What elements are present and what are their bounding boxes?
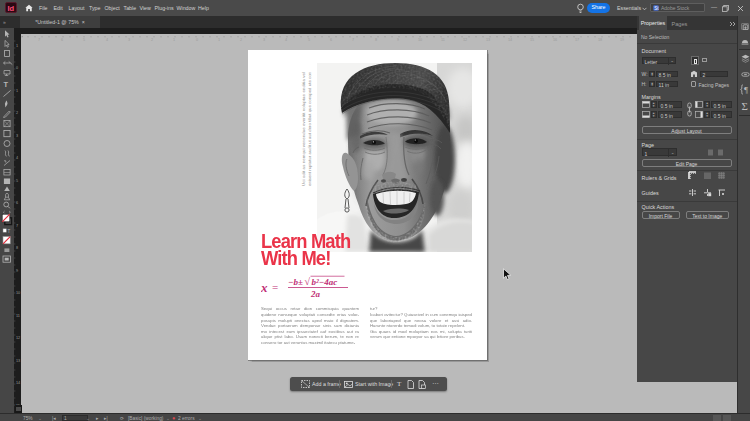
svg-text:0: 0 [16,66,18,70]
svg-text:−b±: −b± [288,277,303,287]
svg-text:4: 4 [285,38,287,42]
svg-text:11: 11 [441,38,445,42]
svg-text:7: 7 [38,38,40,42]
svg-text:13: 13 [16,359,20,363]
svg-text:10: 10 [418,38,422,42]
svg-text:1: 1 [218,38,220,42]
svg-text:¶: ¶ [744,85,749,95]
svg-text:6: 6 [16,201,18,205]
svg-text:1: 1 [16,89,18,93]
svg-text:1: 1 [16,44,18,48]
svg-text:15: 15 [530,38,534,42]
svg-text:11: 11 [16,314,20,318]
svg-text:T: T [4,80,9,89]
svg-text:1: 1 [173,38,175,42]
svg-text:16: 16 [553,38,557,42]
svg-text:Σ: Σ [741,100,747,111]
svg-text:14: 14 [16,381,20,385]
svg-text:5: 5 [308,38,310,42]
svg-text:17: 17 [575,38,579,42]
svg-text:3: 3 [128,38,130,42]
svg-text:19: 19 [620,38,624,42]
svg-text:7: 7 [352,38,354,42]
svg-text:√: √ [304,276,310,287]
svg-text:10: 10 [16,291,20,295]
svg-text:8: 8 [16,246,18,250]
svg-text:3: 3 [263,38,265,42]
svg-text:12: 12 [463,38,467,42]
svg-text:2: 2 [16,111,18,115]
svg-text:St: St [654,6,659,11]
svg-text:4: 4 [16,156,18,160]
svg-text:8: 8 [375,38,377,42]
svg-text:12: 12 [16,336,20,340]
svg-text:2: 2 [240,38,242,42]
svg-text:18: 18 [598,38,602,42]
svg-text:0: 0 [196,38,198,42]
svg-text:9: 9 [397,38,399,42]
svg-text:13: 13 [486,38,490,42]
svg-text:7: 7 [16,224,18,228]
svg-text:x: x [261,280,268,295]
svg-text:=: = [272,281,278,293]
svg-text:b²−4ac: b²−4ac [311,277,337,287]
svg-text:6: 6 [330,38,332,42]
svg-text:14: 14 [508,38,512,42]
svg-text:5: 5 [83,38,85,42]
svg-text:enisent ruptatur audit ut aut: enisent ruptatur audit ut aut dero tibut… [307,71,312,186]
svg-text:Uci odit as nemqui venendae ev: Uci odit as nemqui venendae everitit vol… [301,72,306,186]
svg-text:2: 2 [151,38,153,42]
svg-text:T: T [8,229,11,234]
svg-text:9: 9 [16,269,18,273]
svg-text:3: 3 [16,134,18,138]
svg-text:6: 6 [61,38,63,42]
svg-text:5: 5 [16,179,18,183]
svg-text:4: 4 [106,38,108,42]
svg-text:2a: 2a [310,289,321,299]
